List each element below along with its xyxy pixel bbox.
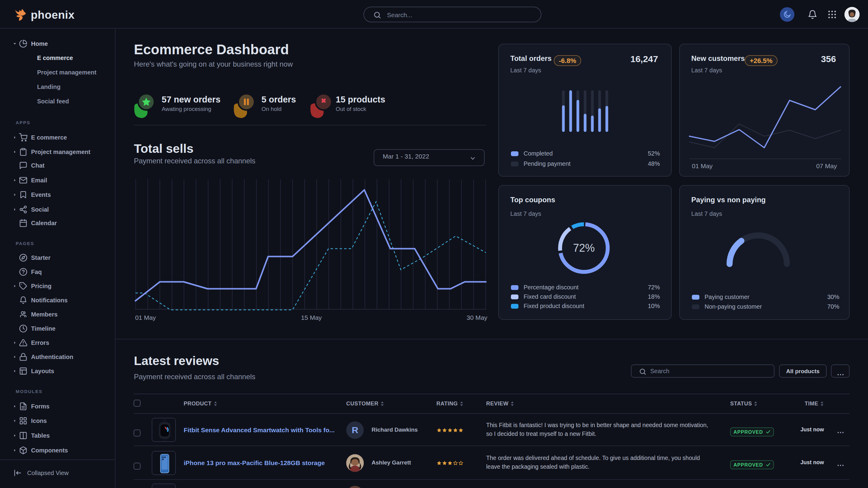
svg-text:72%: 72% xyxy=(573,242,595,254)
